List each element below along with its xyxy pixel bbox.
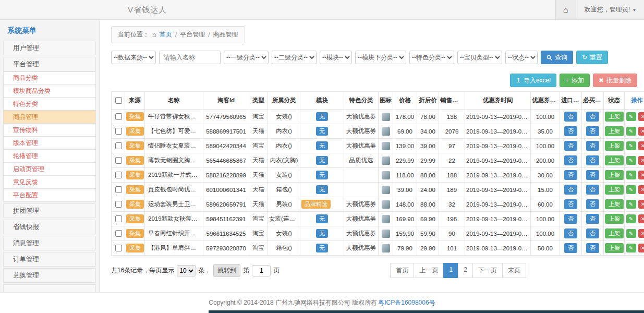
status-button[interactable]: 上架 — [605, 199, 624, 209]
row-checkbox[interactable] — [115, 201, 122, 208]
must-buy-toggle-button[interactable]: 否 — [586, 214, 599, 223]
edit-button[interactable]: ✎ — [626, 200, 636, 209]
must-buy-toggle-button[interactable]: 否 — [586, 126, 599, 136]
edit-button[interactable]: ✎ — [626, 244, 636, 252]
delete-button[interactable]: ✕ — [638, 171, 644, 179]
page-button-2[interactable]: 2 — [458, 263, 473, 278]
sidebar-item-兑换管理[interactable]: 兑换管理 — [3, 268, 96, 283]
edit-button[interactable]: ✎ — [626, 229, 636, 238]
import-toggle-button[interactable]: 否 — [564, 170, 577, 179]
sidebar-item-意见反馈[interactable]: 意见反馈 — [3, 176, 96, 189]
row-checkbox[interactable] — [115, 186, 122, 193]
delete-button[interactable]: ✕ — [638, 127, 644, 136]
search-button[interactable]: 查询 — [541, 51, 573, 64]
import-toggle-button[interactable]: 否 — [564, 243, 577, 252]
jump-button[interactable]: 跳转到 — [213, 264, 240, 277]
status-button[interactable]: 上架 — [605, 214, 624, 223]
status-button[interactable]: 上架 — [605, 228, 624, 238]
page-button-1[interactable]: 1 — [443, 263, 458, 278]
status-button[interactable]: 上架 — [605, 112, 624, 121]
row-checkbox[interactable] — [115, 172, 122, 178]
import-toggle-button[interactable]: 否 — [564, 126, 577, 136]
sidebar-item-商品管理[interactable]: 商品管理 — [3, 111, 96, 124]
page-button-下一页[interactable]: 下一页 — [472, 263, 503, 278]
sidebar-item-cutoff[interactable] — [3, 284, 96, 292]
sidebar-item-轮播管理[interactable]: 轮播管理 — [3, 150, 96, 163]
filter-select[interactable]: --特色分类-- — [409, 51, 454, 64]
must-buy-toggle-button[interactable]: 否 — [586, 228, 599, 238]
icp-link[interactable]: 粤ICP备16098006号 — [378, 298, 435, 307]
edit-button[interactable]: ✎ — [626, 112, 636, 121]
filter-select[interactable]: --状态-- — [505, 51, 538, 64]
must-buy-toggle-button[interactable]: 否 — [586, 155, 599, 165]
sidebar-item-省钱快报[interactable]: 省钱快报 — [3, 220, 96, 234]
home-button[interactable]: ⌂ — [555, 0, 576, 19]
row-checkbox[interactable] — [115, 142, 122, 149]
row-checkbox[interactable] — [115, 245, 122, 251]
sidebar-item-平台配置[interactable]: 平台配置 — [3, 189, 96, 202]
filter-select[interactable]: --二级分类-- — [272, 51, 317, 64]
sidebar-item-版本管理[interactable]: 版本管理 — [3, 137, 96, 150]
sidebar-item-商品分类[interactable]: 商品分类 — [3, 71, 96, 85]
sidebar-item-拼团管理[interactable]: 拼团管理 — [3, 203, 96, 218]
edit-button[interactable]: ✎ — [626, 171, 636, 179]
row-checkbox[interactable] — [115, 230, 122, 237]
must-buy-toggle-button[interactable]: 否 — [586, 112, 599, 121]
sidebar-item-宣传物料[interactable]: 宣传物料 — [3, 124, 96, 137]
delete-button[interactable]: ✕ — [638, 200, 644, 209]
status-button[interactable]: 上架 — [605, 170, 624, 179]
delete-button[interactable]: ✕ — [638, 229, 644, 238]
reset-button[interactable]: ↻ 重置 — [576, 51, 608, 64]
delete-button[interactable]: ✕ — [638, 156, 644, 165]
sidebar-item-启动页管理[interactable]: 启动页管理 — [3, 163, 96, 176]
status-button[interactable]: 上架 — [605, 126, 624, 136]
import-toggle-button[interactable]: 否 — [564, 228, 577, 238]
delete-button[interactable]: ✕ — [638, 185, 644, 194]
filter-select[interactable]: --模块-- — [320, 51, 352, 64]
filter-select[interactable]: --数据来源-- — [111, 51, 156, 64]
filter-select[interactable]: --一级分类-- — [224, 51, 269, 64]
sidebar-item-消息管理[interactable]: 消息管理 — [3, 236, 96, 250]
page-button-上一页[interactable]: 上一页 — [414, 263, 444, 278]
delete-button[interactable]: ✕ — [638, 214, 644, 223]
import-toggle-button[interactable]: 否 — [564, 155, 577, 165]
edit-button[interactable]: ✎ — [626, 141, 636, 150]
status-button[interactable]: 上架 — [605, 155, 624, 165]
page-size-select[interactable]: 10 — [177, 265, 196, 276]
row-checkbox[interactable] — [115, 113, 122, 120]
must-buy-toggle-button[interactable]: 否 — [586, 170, 599, 179]
filter-name-input[interactable] — [159, 51, 221, 64]
import-toggle-button[interactable]: 否 — [564, 141, 577, 150]
must-buy-toggle-button[interactable]: 否 — [586, 243, 599, 252]
jump-page-input[interactable] — [252, 265, 271, 276]
select-all-checkbox[interactable] — [115, 97, 122, 104]
sidebar-item-特色分类[interactable]: 特色分类 — [3, 98, 96, 111]
breadcrumb-item-platform[interactable]: 平台管理 — [180, 30, 205, 39]
sidebar-item-平台管理[interactable]: 平台管理 — [3, 57, 96, 71]
must-buy-toggle-button[interactable]: 否 — [586, 199, 599, 209]
sidebar-item-模块商品分类[interactable]: 模块商品分类 — [3, 85, 96, 98]
status-button[interactable]: 上架 — [605, 243, 624, 252]
sidebar-item-用户管理[interactable]: 用户管理 — [3, 41, 96, 55]
filter-select[interactable]: --模块下分类-- — [355, 51, 406, 64]
import-excel-button[interactable]: ↥ 导入excel — [510, 74, 556, 87]
page-button-首页[interactable]: 首页 — [390, 263, 414, 278]
edit-button[interactable]: ✎ — [626, 214, 636, 223]
import-toggle-button[interactable]: 否 — [564, 199, 577, 209]
breadcrumb-home-link[interactable]: 首页 — [160, 30, 172, 39]
row-checkbox[interactable] — [115, 128, 122, 135]
edit-button[interactable]: ✎ — [626, 127, 636, 136]
add-button[interactable]: + 添加 — [560, 74, 590, 87]
must-buy-toggle-button[interactable]: 否 — [586, 185, 599, 194]
edit-button[interactable]: ✎ — [626, 185, 636, 194]
row-checkbox[interactable] — [115, 215, 122, 222]
sidebar-item-订单管理[interactable]: 订单管理 — [3, 252, 96, 267]
batch-delete-button[interactable]: ✖ 批量删除 — [593, 74, 637, 87]
import-toggle-button[interactable]: 否 — [564, 112, 577, 121]
must-buy-toggle-button[interactable]: 否 — [586, 141, 599, 150]
import-toggle-button[interactable]: 否 — [564, 185, 577, 194]
delete-button[interactable]: ✕ — [638, 244, 644, 252]
user-menu[interactable]: 欢迎您，管理员! ▾ — [576, 0, 644, 19]
delete-button[interactable]: ✕ — [638, 141, 644, 150]
status-button[interactable]: 上架 — [605, 141, 624, 150]
